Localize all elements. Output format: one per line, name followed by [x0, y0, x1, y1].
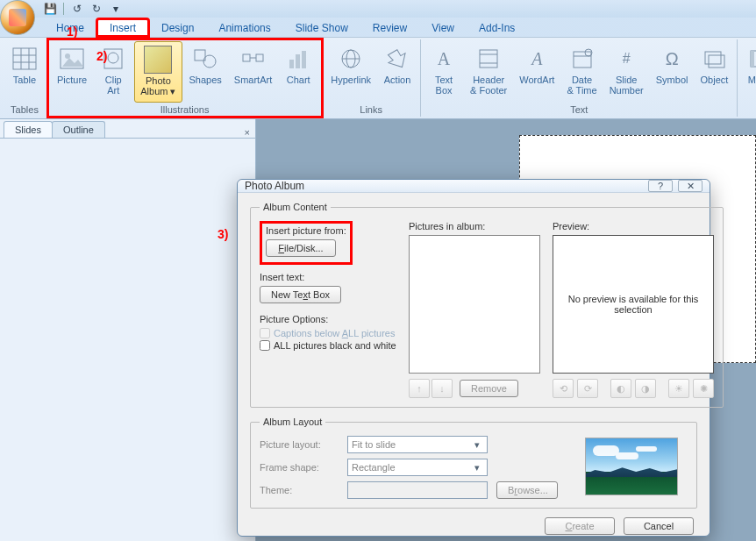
slidenumber-button[interactable]: #Slide Number	[604, 41, 649, 103]
photo-album-icon	[144, 46, 172, 74]
dialog-title: Photo Album	[245, 180, 304, 192]
blackwhite-checkbox[interactable]: ALL pictures black and white	[260, 340, 396, 351]
theme-label: Theme:	[260, 485, 339, 495]
pictures-in-album-label: Pictures in album:	[409, 221, 540, 231]
svg-rect-11	[243, 54, 250, 61]
slides-outline-pane: Slides Outline ×	[0, 119, 256, 541]
svg-rect-0	[13, 48, 36, 69]
textbox-icon: A	[430, 45, 458, 73]
smartart-label: SmartArt	[234, 75, 272, 85]
tab-addins[interactable]: Add-Ins	[467, 19, 527, 37]
captions-checkbox[interactable]: Captions below ALL pictures	[260, 328, 396, 338]
shapes-button[interactable]: Shapes	[184, 41, 227, 103]
frame-shape-combo[interactable]: Rectangle▾	[347, 459, 488, 476]
ribbon-group-label: Illustrations	[52, 103, 317, 117]
svg-rect-20	[480, 50, 497, 68]
theme-input[interactable]	[347, 481, 488, 499]
header-footer-icon	[474, 45, 503, 73]
svg-point-8	[108, 53, 118, 63]
picture-layout-label: Picture layout:	[260, 439, 339, 450]
chart-button[interactable]: Chart	[279, 41, 317, 103]
ribbon: Table Tables Picture Clip Art Photo Albu…	[0, 37, 756, 119]
table-button[interactable]: Table	[5, 41, 44, 103]
object-button[interactable]: Object	[695, 41, 733, 103]
picture-button[interactable]: Picture	[52, 41, 92, 103]
tab-outline[interactable]: Outline	[52, 121, 105, 138]
annotation-3: 3)	[218, 227, 228, 241]
ribbon-group-links: Hyperlink Action Links	[322, 39, 421, 117]
undo-icon[interactable]: ↺	[69, 1, 85, 17]
header-footer-button[interactable]: Header & Footer	[465, 41, 512, 103]
create-button[interactable]: Create	[545, 517, 615, 535]
annotation-1: 1)	[67, 25, 77, 39]
chevron-down-icon: ▾	[471, 439, 483, 451]
help-button[interactable]: ?	[648, 180, 673, 192]
close-button[interactable]: ✕	[678, 180, 703, 192]
svg-rect-23	[574, 52, 591, 68]
symbol-button[interactable]: ΩSymbol	[651, 41, 694, 103]
redo-icon[interactable]: ↻	[89, 1, 104, 17]
browse-button[interactable]: Browse...	[496, 481, 558, 499]
tab-slides[interactable]: Slides	[4, 121, 53, 138]
clipart-label: Clip Art	[105, 75, 122, 96]
brightness-down-button[interactable]: ✺	[693, 379, 714, 398]
tab-insert[interactable]: Insert	[96, 18, 149, 37]
picture-layout-combo[interactable]: Fit to slide▾	[347, 436, 488, 453]
ribbon-group-illustrations: Picture Clip Art Photo Album ▾ Shapes Sm…	[48, 39, 322, 117]
movie-button[interactable]: Movie	[741, 41, 756, 103]
office-button[interactable]	[0, 0, 35, 35]
wordart-label: WordArt	[519, 75, 554, 85]
photo-album-button[interactable]: Photo Album ▾	[134, 41, 182, 103]
symbol-icon: Ω	[658, 45, 686, 73]
cancel-button[interactable]: Cancel	[624, 517, 694, 535]
quick-access-toolbar: 💾 ↺ ↻ ▾	[42, 1, 124, 17]
save-icon[interactable]: 💾	[42, 1, 58, 17]
file-disk-button[interactable]: FFile/Disk...ile/Disk...	[266, 239, 336, 257]
insert-text-label: Insert text:	[260, 272, 396, 282]
contrast-down-button[interactable]: ◑	[635, 379, 656, 398]
album-content-legend: Album Content	[260, 202, 331, 212]
tab-review[interactable]: Review	[360, 19, 419, 37]
move-up-button[interactable]: ↑	[409, 379, 430, 398]
svg-rect-26	[705, 52, 721, 64]
datetime-button[interactable]: Date & Time	[561, 41, 602, 103]
symbol-label: Symbol	[656, 75, 688, 85]
rotate-left-button[interactable]: ⟲	[553, 379, 574, 398]
hyperlink-label: Hyperlink	[331, 75, 371, 85]
action-button[interactable]: Action	[378, 41, 417, 103]
rotate-right-button[interactable]: ⟳	[577, 379, 598, 398]
qat-more-icon[interactable]: ▾	[108, 1, 124, 17]
dialog-titlebar[interactable]: Photo Album ? ✕	[238, 180, 710, 193]
move-down-button[interactable]: ↓	[431, 379, 453, 398]
album-content-group: Album Content Insert picture from: FFile…	[250, 202, 724, 408]
object-icon	[700, 45, 728, 73]
close-pane-icon[interactable]: ×	[245, 127, 250, 138]
tab-slideshow[interactable]: Slide Show	[283, 19, 360, 37]
wordart-button[interactable]: AWordArt	[514, 41, 560, 103]
ribbon-group-text: AText Box Header & Footer AWordArt Date …	[421, 39, 738, 117]
svg-rect-16	[302, 51, 306, 68]
tab-animations[interactable]: Animations	[206, 19, 282, 37]
action-label: Action	[384, 75, 411, 85]
chevron-down-icon: ▾	[471, 462, 483, 473]
tab-view[interactable]: View	[419, 19, 467, 37]
ribbon-tabs: Home Insert Design Animations Slide Show…	[0, 18, 756, 37]
ribbon-group-label: Tables	[5, 103, 44, 117]
no-preview-text: No preview is available for this selecti…	[560, 294, 706, 315]
movie-icon	[746, 45, 756, 73]
insert-from-label: Insert picture from:	[266, 225, 346, 236]
pictures-listbox[interactable]	[409, 235, 540, 374]
hyperlink-button[interactable]: Hyperlink	[325, 41, 376, 103]
action-icon	[383, 45, 411, 73]
preview-box: No preview is available for this selecti…	[553, 235, 714, 374]
contrast-up-button[interactable]: ◐	[610, 379, 631, 398]
header-footer-label: Header & Footer	[470, 75, 507, 96]
textbox-button[interactable]: AText Box	[424, 41, 463, 103]
smartart-button[interactable]: SmartArt	[229, 41, 277, 103]
tab-design[interactable]: Design	[149, 19, 206, 37]
svg-rect-14	[289, 60, 294, 68]
brightness-up-button[interactable]: ☀	[668, 379, 689, 398]
album-layout-group: Album Layout Picture layout: Fit to slid…	[250, 416, 697, 509]
new-textbox-button[interactable]: New Text Box	[260, 286, 341, 303]
remove-button[interactable]: Remove	[460, 380, 518, 397]
